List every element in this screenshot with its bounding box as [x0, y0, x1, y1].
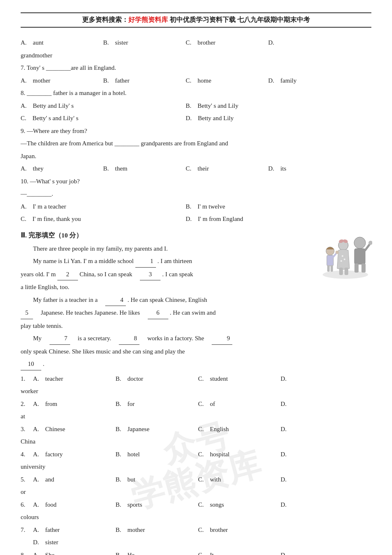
q7-opt-a: A. mother	[21, 75, 103, 87]
q10-options: A. I' m a teacher B. I' m twelve	[21, 201, 371, 213]
para8-start: My	[33, 335, 48, 342]
ans1-line: 1. A. teacher B. doctor C. student D.	[21, 373, 371, 385]
para8: My 7 is a secretary. 8 works in a factor…	[21, 332, 371, 345]
ans3-opt-d: D.	[281, 423, 363, 435]
svg-rect-3	[354, 263, 359, 273]
content-area: A. aunt B. sister C. brother D. grandmot…	[21, 37, 371, 555]
svg-rect-17	[327, 265, 330, 272]
para10: 10 .	[21, 358, 371, 370]
ans7-line2: D. sister	[21, 536, 371, 548]
para2-start: My name is Li Yan. I' m a middle school	[33, 258, 134, 264]
para5-start: My father is a teacher in a	[33, 296, 104, 303]
ans5-opt-c: C. with	[198, 474, 281, 486]
svg-point-20	[335, 251, 339, 254]
ans7-num: 7.	[21, 524, 33, 536]
para3-mid: China, so I can speak	[80, 271, 139, 278]
ans5-opt-b: B. but	[116, 474, 198, 486]
q9-line: 9. —Where are they from?	[21, 125, 371, 137]
ans2-at: at	[21, 410, 25, 422]
ans4-opt-c: C. hospital	[198, 448, 281, 460]
q10-opt-a: A. I' m a teacher	[21, 201, 186, 213]
q7-text: 7. Tony' s ________are all in England.	[21, 64, 116, 71]
para9: only speak Chinese. She likes music and …	[21, 346, 371, 358]
para6-mid: Japanese. He teaches Japanese. He likes	[35, 309, 146, 316]
q9-text-line: —The children are from America but _____…	[21, 138, 371, 149]
q9-opt-d: D. its	[268, 163, 351, 175]
svg-point-10	[342, 255, 343, 257]
para9-text: only speak Chinese. She likes music and …	[21, 348, 185, 355]
ans4-num: 4.	[21, 448, 33, 460]
q9-japan: Japan.	[21, 150, 371, 162]
q8-options2: C. Betty' s and Lily' s D. Betty and Lil…	[21, 112, 371, 124]
ans7-opt-c: C. brother	[198, 524, 281, 536]
option-d-empty: D.	[268, 37, 351, 49]
q10-opt-d: D. I' m from England	[186, 213, 351, 225]
ans3-opt-b: B. Japanese	[116, 423, 198, 435]
svg-rect-2	[354, 249, 365, 264]
ans2-line2: at	[21, 410, 371, 422]
svg-rect-4	[361, 263, 366, 273]
blank7: 7	[50, 332, 70, 345]
blank5: 5	[21, 307, 33, 319]
header-brand: 好学熊资料库	[128, 16, 168, 23]
family-illustration	[319, 227, 372, 281]
blank10: 10	[21, 358, 41, 370]
q7-opt-b: B. father	[103, 75, 186, 87]
ans2-line: 2. A. from B. for C. of D.	[21, 398, 371, 410]
blank6: 6	[148, 307, 168, 319]
ans5-num: 5.	[21, 474, 33, 486]
ans3-opt-a: A. Chinese	[33, 423, 116, 435]
ans2-opt-a: A. from	[33, 398, 116, 410]
ans4-line: 4. A. factory B. hotel C. hospital D.	[21, 448, 371, 460]
ans2-opt-d: D.	[281, 398, 363, 410]
q9-text: 9. —Where are they from?	[21, 128, 87, 134]
ans6-opt-a: A. food	[33, 499, 116, 511]
para8-mid2: works in a factory. She	[141, 335, 210, 342]
svg-point-12	[340, 260, 342, 262]
option-b-sister: B. sister	[103, 37, 186, 49]
q7-opt-c: C. home	[186, 75, 268, 87]
ans7-opt-b: B. mother	[116, 524, 198, 536]
para7: play table tennis.	[21, 320, 371, 332]
ans6-opt-b: B. sports	[116, 499, 198, 511]
options-top: A. aunt B. sister C. brother D.	[21, 37, 371, 49]
ans6-line2: colours	[21, 511, 371, 523]
ans6-colours: colours	[21, 511, 39, 523]
ans8-line: 8. A. She B. He C. It D.	[21, 549, 371, 555]
ans5-line: 5. A. and B. but C. with D.	[21, 474, 371, 486]
ans8-opt-d: D.	[281, 549, 363, 555]
ans4-opt-b: B. hotel	[116, 448, 198, 460]
ans5-or: or	[21, 486, 26, 498]
ans3-china: China	[21, 436, 35, 448]
svg-rect-16	[327, 255, 333, 266]
q10-line: 10. —What' s your job?	[21, 176, 371, 187]
ans1-worker: worker	[21, 385, 38, 397]
ans1-opt-c: C. student	[198, 373, 281, 385]
ans8-opt-b: B. He	[116, 549, 198, 555]
svg-point-1	[354, 237, 366, 249]
q8-opt-b: B. Betty' s and Lily	[186, 100, 351, 112]
ans6-num: 6.	[21, 499, 33, 511]
blank2: 2	[57, 268, 78, 281]
header-bar: 更多资料搜索：好学熊资料库 初中优质学习资料下载 七八九年级期中期末中考	[21, 12, 371, 28]
q10-text: 10. —What' s your job?	[21, 178, 80, 185]
ans8-num: 8.	[21, 549, 33, 555]
q9-passage: —The children are from America but _____…	[21, 140, 228, 147]
q8-opt-a: A. Betty and Lily' s	[21, 100, 186, 112]
ans4-opt-d: D.	[281, 448, 363, 460]
ans5-line2: or	[21, 486, 371, 498]
ans3-opt-c: C. English	[198, 423, 281, 435]
blank9: 9	[212, 332, 232, 345]
q8-text: 8. ________ father is a manager in a hot…	[21, 90, 127, 96]
ans4-line2: university	[21, 461, 371, 473]
ans7-line: 7. A. father B. mother C. brother	[21, 524, 371, 536]
q9-opt-c: C. their	[186, 163, 268, 175]
section3-title-text: Ⅲ. 完形填空（10 分）	[21, 232, 83, 239]
blank4: 4	[105, 294, 126, 306]
q10-dash: —________.	[21, 190, 53, 197]
grandmother-text: grandmother	[21, 52, 52, 59]
q10-opt-c: C. I' m fine, thank you	[21, 213, 186, 225]
blank1: 1	[135, 255, 156, 268]
ans1-line2: worker	[21, 385, 371, 397]
q8-opt-c: C. Betty' s and Lily' s	[21, 112, 186, 124]
